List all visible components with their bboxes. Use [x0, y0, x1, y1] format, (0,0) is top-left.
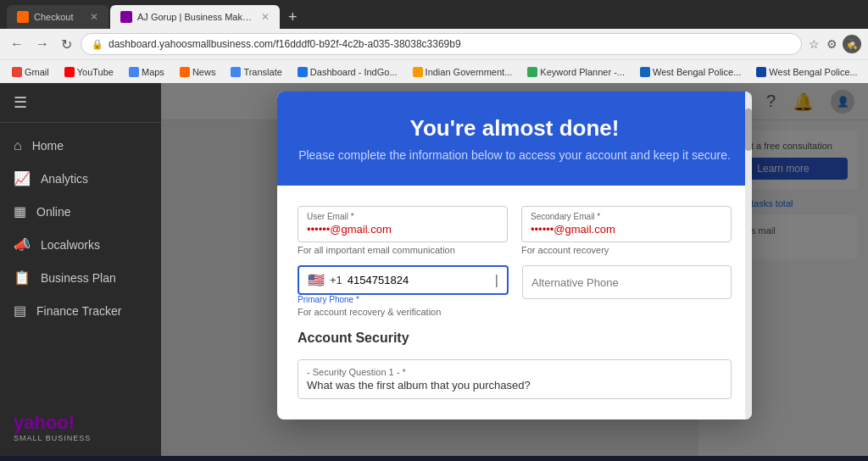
yahoo-logo-sub: small business	[14, 434, 147, 442]
browser-actions: ☆ ⚙ 🕵	[807, 35, 861, 53]
bookmark-favicon-dashboard	[298, 67, 308, 77]
primary-phone-wrapper: 🇺🇸 +1 |	[298, 265, 509, 295]
forward-button[interactable]: →	[32, 35, 53, 53]
bookmark-youtube[interactable]: YouTube	[59, 65, 119, 79]
bookmark-wb2[interactable]: West Bengal Police...	[751, 65, 862, 79]
bookmark-news[interactable]: News	[175, 65, 221, 79]
secondary-email-help: For account recovery	[521, 245, 732, 255]
modal-title: You're almost done!	[298, 115, 732, 142]
modal-scrollbar[interactable]	[745, 92, 752, 419]
flag-icon: 🇺🇸	[308, 272, 325, 288]
sidebar: ☰ ⌂ Home 📈 Analytics ▦ Online 📣 Localwor…	[0, 83, 161, 456]
cursor-icon: |	[495, 273, 498, 288]
phone-prefix: +1	[330, 274, 342, 286]
bookmark-label-maps: Maps	[142, 67, 164, 77]
security-question-label: - Security Question 1 - *	[307, 367, 722, 377]
localworks-icon: 📣	[14, 236, 31, 253]
tab-yahoo[interactable]: AJ Gorup | Business Maker Dash... ✕	[110, 5, 280, 29]
new-tab-button[interactable]: +	[281, 8, 304, 26]
page-layout: ☰ ⌂ Home 📈 Analytics ▦ Online 📣 Localwor…	[0, 83, 868, 456]
tab-label-checkout: Checkout	[34, 12, 85, 22]
bookmark-favicon-maps	[129, 67, 139, 77]
analytics-icon: 📈	[14, 170, 31, 186]
bookmark-label-indian: Indian Government...	[426, 67, 513, 77]
online-icon: ▦	[14, 203, 26, 219]
bookmark-favicon-keyword	[527, 67, 537, 77]
phone-row: 🇺🇸 +1 | Primary Phone * For account reco…	[298, 265, 732, 317]
modal-subtitle: Please complete the information below to…	[298, 148, 732, 162]
sidebar-item-label-localworks: Localworks	[41, 238, 100, 252]
bookmark-label-youtube: YouTube	[77, 67, 114, 77]
secondary-email-group: Secondary Email * For account recovery	[521, 206, 732, 255]
modal-scroll-thumb	[745, 108, 752, 151]
bookmark-dashboard[interactable]: Dashboard - IndGo...	[292, 65, 403, 79]
bookmark-favicon-news	[180, 67, 190, 77]
security-question-wrapper: - Security Question 1 - * What was the f…	[298, 359, 732, 399]
user-email-help: For all important email communication	[298, 245, 508, 255]
bookmark-indian[interactable]: Indian Government...	[408, 65, 518, 79]
sidebar-item-localworks[interactable]: 📣 Localworks	[0, 228, 161, 261]
bookmark-button[interactable]: ☆	[807, 36, 821, 53]
browser-chrome: Checkout ✕ AJ Gorup | Business Maker Das…	[0, 0, 868, 83]
hamburger-menu-button[interactable]: ☰	[14, 93, 27, 112]
primary-phone-group: 🇺🇸 +1 | Primary Phone * For account reco…	[298, 265, 509, 317]
tab-bar: Checkout ✕ AJ Gorup | Business Maker Das…	[0, 0, 868, 29]
bottom-bar: Activate Windows Go to Settings to activ…	[0, 456, 868, 461]
tab-favicon-yahoo	[120, 11, 132, 23]
bookmark-wb1[interactable]: West Bengal Police...	[635, 65, 746, 79]
primary-phone-label-top: Primary Phone *	[298, 295, 509, 304]
home-icon: ⌂	[14, 138, 22, 153]
user-email-input[interactable]	[307, 223, 498, 236]
sidebar-item-label-analytics: Analytics	[41, 172, 88, 186]
bookmark-favicon-translate	[231, 67, 241, 77]
sidebar-item-finance-tracker[interactable]: ▤ Finance Tracker	[0, 294, 161, 327]
bookmark-maps[interactable]: Maps	[124, 65, 170, 79]
tab-checkout[interactable]: Checkout ✕	[7, 5, 108, 29]
extensions-button[interactable]: ⚙	[825, 36, 839, 53]
modal-header: You're almost done! Please complete the …	[277, 92, 752, 186]
email-row: User Email * For all important email com…	[298, 206, 732, 255]
tab-close-yahoo[interactable]: ✕	[261, 11, 270, 23]
sidebar-header: ☰	[0, 83, 161, 123]
secondary-email-input[interactable]	[531, 223, 722, 236]
tab-label-yahoo: AJ Gorup | Business Maker Dash...	[137, 12, 256, 22]
bookmark-label-wb1: West Bengal Police...	[653, 67, 741, 77]
main-content: 📞 ? 🔔 👤 You're almost done! Please compl…	[161, 83, 868, 456]
address-bar[interactable]: 🔒 dashboard.yahoosmallbusiness.com/f16dd…	[81, 33, 802, 55]
sidebar-item-online[interactable]: ▦ Online	[0, 195, 161, 228]
alt-phone-input[interactable]	[531, 276, 722, 289]
address-bar-row: ← → ↻ 🔒 dashboard.yahoosmallbusiness.com…	[0, 29, 868, 59]
primary-phone-help: For account recovery & verification	[298, 307, 509, 317]
bookmark-label-dashboard: Dashboard - IndGo...	[310, 67, 398, 77]
bookmark-favicon-gmail	[12, 67, 22, 77]
account-security-title: Account Security	[298, 330, 732, 346]
modal-body: User Email * For all important email com…	[277, 186, 752, 419]
lock-icon: 🔒	[92, 39, 103, 50]
sidebar-nav: ⌂ Home 📈 Analytics ▦ Online 📣 Localworks…	[0, 123, 161, 398]
user-email-label: User Email *	[307, 212, 498, 221]
address-text: dashboard.yahoosmallbusiness.com/f16dddf…	[108, 38, 461, 50]
reload-button[interactable]: ↻	[58, 35, 75, 54]
sidebar-item-analytics[interactable]: 📈 Analytics	[0, 162, 161, 195]
yahoo-logo: yahoo!	[14, 412, 147, 434]
bookmark-label-wb2: West Bengal Police...	[769, 67, 857, 77]
sidebar-item-business-plan[interactable]: 📋 Business Plan	[0, 261, 161, 294]
bookmark-label-keyword: Keyword Planner -...	[540, 67, 625, 77]
bookmark-favicon-youtube	[64, 67, 75, 77]
modal-overlay: You're almost done! Please complete the …	[161, 83, 868, 456]
bookmark-label-news: News	[192, 67, 216, 77]
sidebar-item-label-online: Online	[36, 205, 70, 219]
back-button[interactable]: ←	[7, 35, 27, 53]
bookmark-keyword[interactable]: Keyword Planner -...	[522, 65, 630, 79]
incognito-icon: 🕵	[846, 39, 858, 50]
modal-dialog: You're almost done! Please complete the …	[277, 92, 752, 419]
bookmark-gmail[interactable]: Gmail	[7, 65, 54, 79]
sidebar-item-home[interactable]: ⌂ Home	[0, 130, 161, 162]
bookmark-favicon-wb1	[640, 67, 650, 77]
bookmark-translate[interactable]: Translate	[225, 65, 287, 79]
finance-tracker-icon: ▤	[14, 303, 26, 319]
incognito-badge: 🕵	[843, 35, 861, 53]
bookmarks-bar: Gmail YouTube Maps News Translate Dashbo…	[0, 59, 868, 83]
tab-close-checkout[interactable]: ✕	[90, 11, 98, 23]
primary-phone-input[interactable]	[348, 274, 490, 286]
